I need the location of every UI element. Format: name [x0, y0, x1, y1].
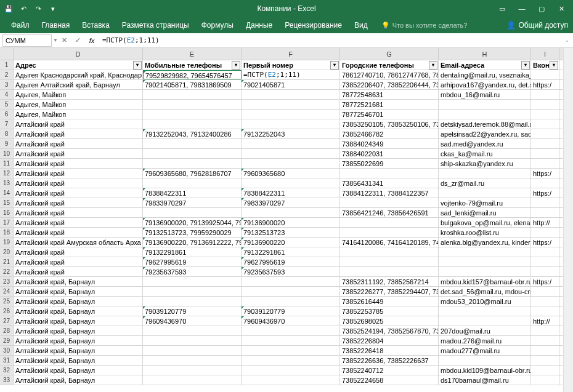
cell-H28[interactable]: 207dou@mail.ru: [439, 326, 531, 335]
cell-I21[interactable]: [531, 257, 559, 266]
tab-pagelayout[interactable]: Разметка страницы: [116, 17, 195, 33]
cell-G15[interactable]: [340, 198, 439, 207]
cell-G22[interactable]: [340, 267, 439, 276]
cell-F8[interactable]: 79132252043: [242, 129, 340, 138]
cell-F32[interactable]: [242, 366, 340, 375]
cell-D16[interactable]: Алтайский край: [14, 208, 143, 217]
cell-H9[interactable]: sad.med@yandex.ru: [439, 139, 531, 148]
cell-H16[interactable]: sad_lenki@mail.ru: [439, 208, 531, 217]
cell-H27[interactable]: [439, 316, 531, 326]
cell-I28[interactable]: [531, 326, 559, 335]
cell-E3[interactable]: 79021405871, 79831869509: [143, 80, 242, 89]
cell-I5[interactable]: [531, 100, 559, 109]
cell-F20[interactable]: 79132291861: [242, 247, 340, 257]
cell-G31[interactable]: 73852226636, 73852226637: [340, 356, 439, 365]
cell-F16[interactable]: [242, 208, 340, 217]
cell-H17[interactable]: bulgakova_op@mail.ru, elena.c: [439, 218, 531, 227]
cell-F12[interactable]: 79609365680: [242, 169, 340, 178]
cell-G8[interactable]: 73852466782: [340, 129, 439, 138]
save-icon[interactable]: 💾: [2, 2, 15, 15]
row-header-23[interactable]: 23: [0, 277, 14, 286]
cell-E16[interactable]: [143, 208, 242, 217]
cell-G16[interactable]: 73856421246, 73856426591: [340, 208, 439, 217]
cell-I29[interactable]: [531, 336, 559, 345]
cell-E5[interactable]: [143, 100, 242, 109]
column-header-H[interactable]: H: [439, 48, 531, 60]
tab-data[interactable]: Данные: [240, 17, 278, 33]
cell-F14[interactable]: 78388422311: [242, 188, 340, 198]
cell-H6[interactable]: [439, 110, 531, 119]
row-header-33[interactable]: 33: [0, 375, 14, 385]
row-header-6[interactable]: 6: [0, 110, 14, 119]
cell-H4[interactable]: mbdou_16@mail.ru: [439, 90, 531, 99]
header-cell-H[interactable]: Email-адреса▾: [439, 60, 531, 70]
filter-button-I[interactable]: ▾: [550, 61, 558, 70]
cell-G7[interactable]: 73853250105, 73853250106, 7385: [340, 119, 439, 129]
formula-input[interactable]: =ПСТР(E2;1;11): [99, 36, 565, 44]
cell-D21[interactable]: Алтайский край: [14, 257, 143, 266]
cell-H7[interactable]: detskiysad.teremok.88@mail.ru, dou-d: [439, 119, 531, 129]
cell-H15[interactable]: vojtenko-79@mail.ru: [439, 198, 531, 207]
cell-E12[interactable]: 79609365680, 79628186707: [143, 169, 242, 178]
cell-E30[interactable]: [143, 346, 242, 355]
ribbon-options-icon[interactable]: ▭: [493, 2, 511, 15]
qat-dropdown-icon[interactable]: ▾: [47, 2, 59, 15]
cell-I13[interactable]: [531, 178, 559, 188]
cell-E14[interactable]: 78388422311: [143, 188, 242, 198]
row-header-8[interactable]: 8: [0, 129, 14, 138]
cell-D7[interactable]: Алтайский край: [14, 119, 143, 129]
cell-F3[interactable]: 79021405871: [242, 80, 340, 89]
cell-H26[interactable]: [439, 306, 531, 316]
cell-E24[interactable]: [143, 287, 242, 296]
cell-H14[interactable]: [439, 188, 531, 198]
cell-H31[interactable]: [439, 356, 531, 365]
cell-F19[interactable]: 79136900220: [242, 238, 340, 247]
cell-D26[interactable]: Алтайский край, Барнаул: [14, 306, 143, 316]
cell-G20[interactable]: [340, 247, 439, 257]
cell-I12[interactable]: https:/: [531, 169, 559, 178]
cell-D17[interactable]: Алтайский край: [14, 218, 143, 227]
row-header-20[interactable]: 20: [0, 247, 14, 257]
cell-F4[interactable]: [242, 90, 340, 99]
row-header-25[interactable]: 25: [0, 297, 14, 306]
cell-E6[interactable]: [143, 110, 242, 119]
cell-G5[interactable]: 78772521681: [340, 100, 439, 109]
tell-me-box[interactable]: 💡 Что вы хотите сделать?: [381, 22, 468, 30]
cell-H30[interactable]: madou277@mail.ru: [439, 346, 531, 355]
cell-G6[interactable]: 78772546701: [340, 110, 439, 119]
cell-I27[interactable]: http://: [531, 316, 559, 326]
cell-G18[interactable]: [340, 228, 439, 237]
cell-G28[interactable]: 73852524194, 73852567870, 7385: [340, 326, 439, 335]
row-header-9[interactable]: 9: [0, 139, 14, 148]
cell-F5[interactable]: [242, 100, 340, 109]
close-button[interactable]: ✕: [552, 2, 571, 15]
cell-F28[interactable]: [242, 326, 340, 335]
cell-E7[interactable]: [143, 119, 242, 129]
cell-E8[interactable]: 79132252043, 79132400286: [143, 129, 242, 138]
cell-F10[interactable]: [242, 149, 340, 158]
cell-I17[interactable]: http://: [531, 218, 559, 227]
cell-F31[interactable]: [242, 356, 340, 365]
filter-button-F[interactable]: ▾: [330, 61, 339, 70]
row-header-15[interactable]: 15: [0, 198, 14, 207]
row-header-7[interactable]: 7: [0, 119, 14, 129]
cell-G24[interactable]: 73852226277, 73852294407, 7385: [340, 287, 439, 296]
cell-I11[interactable]: [531, 159, 559, 168]
cell-D24[interactable]: Алтайский край, Барнаул: [14, 287, 143, 296]
cell-H33[interactable]: ds170barnaul@mail.ru: [439, 375, 531, 385]
cell-E22[interactable]: 79235637593: [143, 267, 242, 276]
cell-H20[interactable]: [439, 247, 531, 257]
cell-H11[interactable]: ship-skazka@yandex.ru: [439, 159, 531, 168]
cell-D9[interactable]: Алтайский край: [14, 139, 143, 148]
cell-D22[interactable]: Алтайский край: [14, 267, 143, 276]
cell-D23[interactable]: Алтайский край, Барнаул: [14, 277, 143, 286]
cell-I22[interactable]: [531, 267, 559, 276]
tab-insert[interactable]: Вставка: [76, 17, 116, 33]
maximize-button[interactable]: ▢: [532, 2, 551, 15]
cell-F18[interactable]: 79132513723: [242, 228, 340, 237]
column-header-I[interactable]: I: [531, 48, 559, 60]
row-header-18[interactable]: 18: [0, 228, 14, 237]
cell-G29[interactable]: 73852226804: [340, 336, 439, 345]
cell-F15[interactable]: 79833970297: [242, 198, 340, 207]
select-all-corner[interactable]: [0, 48, 14, 60]
